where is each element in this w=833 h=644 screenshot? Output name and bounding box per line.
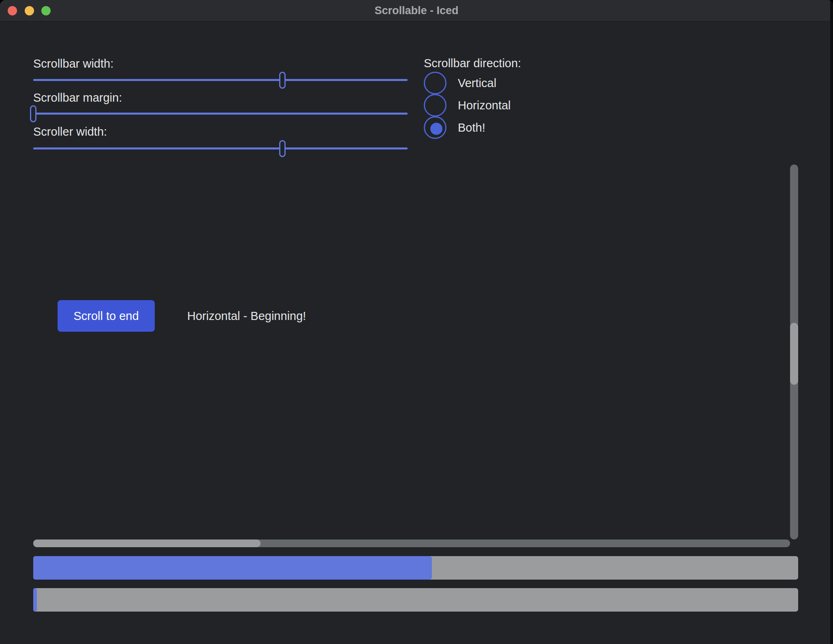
radio-circle-icon[interactable] — [424, 116, 446, 139]
slider-handle[interactable] — [279, 140, 286, 157]
scrollbar-width-slider[interactable] — [33, 72, 408, 89]
slider-rail[interactable] — [33, 79, 408, 81]
scrollbar-margin-label: Scrollbar margin: — [33, 91, 122, 104]
app-window: Scrollable - Iced Scrollbar width: Scrol… — [0, 0, 833, 644]
radio-label[interactable]: Vertical — [458, 72, 496, 94]
slider-handle[interactable] — [30, 105, 36, 122]
radio-dot-icon — [430, 123, 442, 135]
titlebar: Scrollable - Iced — [0, 0, 833, 21]
scrollbar-direction-label: Scrollbar direction: — [424, 57, 521, 70]
horizontal-scrollbar-thumb[interactable] — [33, 540, 261, 547]
vertical-progress-bar — [33, 588, 798, 612]
radio-circle-icon[interactable] — [424, 94, 446, 117]
scroller-width-slider[interactable] — [33, 140, 408, 157]
radio-label[interactable]: Horizontal — [458, 94, 511, 117]
window-title: Scrollable - Iced — [0, 0, 833, 21]
progress-fill — [33, 556, 432, 580]
scroll-to-end-button[interactable]: Scroll to end — [58, 300, 155, 332]
slider-handle[interactable] — [279, 72, 286, 89]
scroll-status-text: Horizontal - Beginning! — [187, 300, 306, 332]
radio-label[interactable]: Both! — [458, 116, 485, 139]
window-right-edge — [830, 0, 833, 644]
radio-circle-icon[interactable] — [424, 72, 446, 94]
slider-rail[interactable] — [33, 113, 408, 115]
vertical-scrollbar-thumb[interactable] — [790, 323, 798, 385]
scrollbar-width-label: Scrollbar width: — [33, 57, 113, 70]
slider-rail[interactable] — [33, 147, 408, 149]
horizontal-progress-bar — [33, 556, 798, 580]
scroller-width-label: Scroller width: — [33, 125, 107, 139]
progress-fill — [33, 588, 37, 612]
scrollbar-margin-slider[interactable] — [33, 105, 408, 122]
